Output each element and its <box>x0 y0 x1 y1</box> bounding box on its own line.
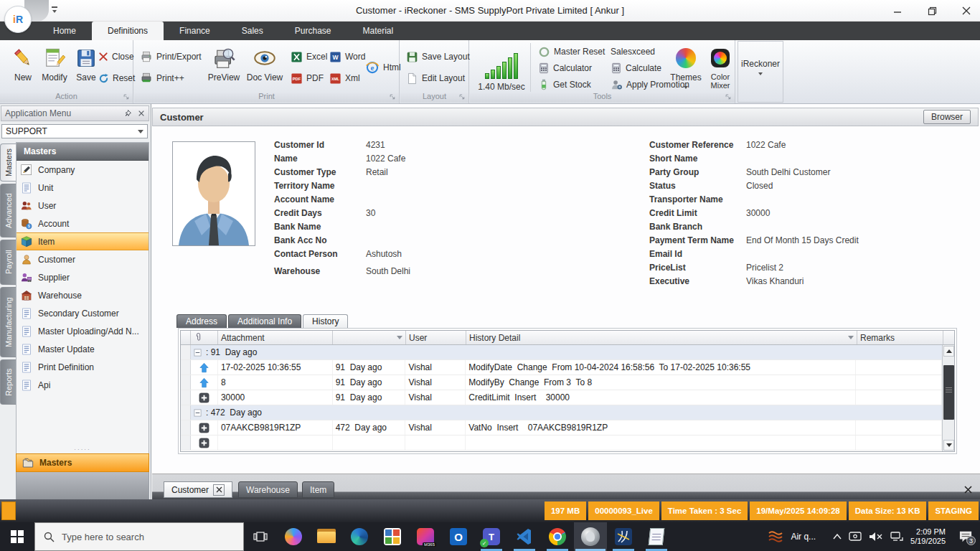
grid-data-row[interactable]: 07AAKCB9819R1ZP472 Day agoVishalVatNo In… <box>181 420 942 435</box>
doc-tab-close-icon[interactable] <box>213 484 225 496</box>
preview-button[interactable]: PreView <box>203 44 245 92</box>
taskbar-app-m365[interactable]: M365 <box>409 522 442 551</box>
close-button[interactable]: Close <box>98 49 134 65</box>
grid-data-row[interactable]: 891 Day agoVishalModifyBy Change From 3 … <box>181 375 942 390</box>
sidebar-item-master-update[interactable]: Master Update <box>17 340 149 358</box>
doc-tab-item[interactable]: Item <box>302 481 334 498</box>
grid-data-row[interactable]: 3000091 Day agoVishalCreditLimit Insert … <box>181 390 942 405</box>
sidebar-item-api[interactable]: Api <box>17 376 149 394</box>
pdf-button[interactable]: PDF PDF <box>291 70 324 86</box>
master-reset-button[interactable]: Master Reset <box>538 44 605 60</box>
screen-cast-icon[interactable] <box>849 531 862 542</box>
volume-muted-icon[interactable] <box>869 531 883 542</box>
print-dialog-launcher[interactable] <box>390 94 397 101</box>
taskbar-app-copilot[interactable] <box>277 522 310 551</box>
support-dropdown[interactable]: SUPPORT <box>1 124 148 138</box>
get-stock-button[interactable]: Get Stock <box>538 77 591 93</box>
ribbon-tab-definitions[interactable]: Definitions <box>92 22 164 40</box>
grid-group-row[interactable]: : 472 Day ago <box>181 405 942 420</box>
taskbar-app-chrome[interactable] <box>541 522 574 551</box>
grid-data-row[interactable]: 17-02-2025 10:36:5591 Day agoVishalModif… <box>181 360 942 375</box>
weather-icon[interactable] <box>768 529 783 544</box>
attachment-clip-icon[interactable] <box>191 331 218 344</box>
minimize-button[interactable] <box>890 3 905 19</box>
doc-tab-customer[interactable]: Customer <box>164 481 232 498</box>
calculator-button[interactable]: Calculator <box>538 60 592 76</box>
print-export-button[interactable]: Print/Export <box>140 49 202 65</box>
col-user[interactable]: User <box>406 331 466 344</box>
taskbar-app-explorer[interactable] <box>310 522 343 551</box>
taskbar-app-outlook[interactable]: O <box>442 522 475 551</box>
ribbon-tab-home[interactable]: Home <box>37 22 92 40</box>
taskbar-app-ireckoner-app[interactable] <box>574 522 607 551</box>
print-plus-button[interactable]: Print++ <box>140 70 184 86</box>
notification-center-icon[interactable]: 3 <box>958 530 973 543</box>
filter-caret-icon[interactable] <box>848 336 854 339</box>
color-mixer-button[interactable]: Color Mixer <box>704 44 737 92</box>
sidebar-tab-reports[interactable]: Reports <box>0 359 16 405</box>
close-panel-icon[interactable] <box>138 110 145 117</box>
weather-label[interactable]: Air q... <box>791 532 816 542</box>
ribbon-tab-material[interactable]: Material <box>347 22 409 40</box>
sidebar-item-unit[interactable]: Unit <box>17 179 149 197</box>
doc-tab-warehouse[interactable]: Warehouse <box>238 481 298 498</box>
collapse-icon[interactable] <box>194 349 202 357</box>
ireckoner-button[interactable]: iReckoner <box>740 59 781 106</box>
taskbar-app-vscode[interactable] <box>508 522 541 551</box>
sidebar-tab-payroll[interactable]: Payroll <box>0 240 16 285</box>
scroll-thumb[interactable] <box>943 365 954 420</box>
tab-additional-info[interactable]: Additional Info <box>228 314 301 328</box>
tray-expand-caret-icon[interactable] <box>833 534 842 540</box>
taskbar-app-store[interactable] <box>376 522 409 551</box>
taskbar-app-teams[interactable]: T✓ <box>475 522 508 551</box>
browser-button[interactable]: Browser <box>923 110 971 124</box>
sidebar-tab-advanced[interactable]: Advanced <box>0 184 16 237</box>
save-layout-button[interactable]: Save Layout <box>406 49 470 65</box>
taskbar-app-ssms[interactable] <box>607 522 640 551</box>
sidebar-item-company[interactable]: Company <box>17 161 149 179</box>
excel-button[interactable]: Excel <box>291 49 327 65</box>
sidebar-item-warehouse[interactable]: Warehouse <box>17 286 149 304</box>
sidebar-item-item[interactable]: Item <box>17 232 149 250</box>
grid-vertical-scrollbar[interactable] <box>942 345 954 451</box>
tools-dialog-launcher[interactable] <box>725 94 732 101</box>
sidebar-item-master-uploading-add-n-[interactable]: Master Uploading/Add N... <box>17 322 149 340</box>
close-document-icon[interactable] <box>961 483 974 496</box>
row-indicator-header[interactable] <box>181 331 191 344</box>
qat-customize-icon[interactable] <box>52 6 59 15</box>
sidebar-item-account[interactable]: $Account <box>17 215 149 232</box>
ribbon-tab-sales[interactable]: Sales <box>226 22 279 40</box>
sidebar-splitter[interactable]: ····· <box>16 448 149 453</box>
themes-button[interactable]: Themes <box>669 44 702 92</box>
taskbar-search-box[interactable]: Type here to search <box>34 522 244 551</box>
sidebar-item-customer[interactable]: Customer <box>17 250 149 268</box>
collapse-icon[interactable] <box>194 409 202 417</box>
scroll-down-arrow[interactable] <box>943 440 954 451</box>
sidebar-item-user[interactable]: User <box>17 197 149 215</box>
network-icon[interactable] <box>890 531 903 542</box>
xml-button[interactable]: XML Xml <box>329 70 360 86</box>
tab-address[interactable]: Address <box>176 314 227 328</box>
task-view-button[interactable] <box>244 522 277 551</box>
ribbon-tab-purchase[interactable]: Purchase <box>279 22 347 40</box>
close-window-button[interactable] <box>958 3 974 19</box>
ribbon-tab-finance[interactable]: Finance <box>164 22 226 40</box>
grid-group-row[interactable]: : 91 Day ago <box>181 345 942 360</box>
scroll-up-arrow[interactable] <box>943 346 954 357</box>
tab-history[interactable]: History <box>303 314 348 328</box>
col-attachment[interactable]: Attachment <box>218 331 333 344</box>
col-age-filter[interactable] <box>333 331 406 344</box>
sidebar-item-print-definition[interactable]: Print Definition <box>17 358 149 376</box>
word-button[interactable]: W Word <box>329 49 365 65</box>
taskbar-app-notepad[interactable] <box>640 522 673 551</box>
calculate-button[interactable]: Calculate <box>611 60 661 76</box>
sidebar-item-secondary-customer[interactable]: Secondary Customer <box>17 304 149 322</box>
sidebar-item-supplier[interactable]: Supplier <box>17 268 149 286</box>
app-logo[interactable]: iR <box>4 6 32 33</box>
masters-bottom-button[interactable]: Masters <box>16 453 149 472</box>
start-button[interactable] <box>0 522 34 551</box>
doc-view-button[interactable]: Doc View <box>243 44 286 92</box>
action-dialog-launcher[interactable] <box>123 94 131 101</box>
edit-layout-button[interactable]: Edit Layout <box>406 70 465 86</box>
grid-data-row[interactable] <box>181 435 942 451</box>
